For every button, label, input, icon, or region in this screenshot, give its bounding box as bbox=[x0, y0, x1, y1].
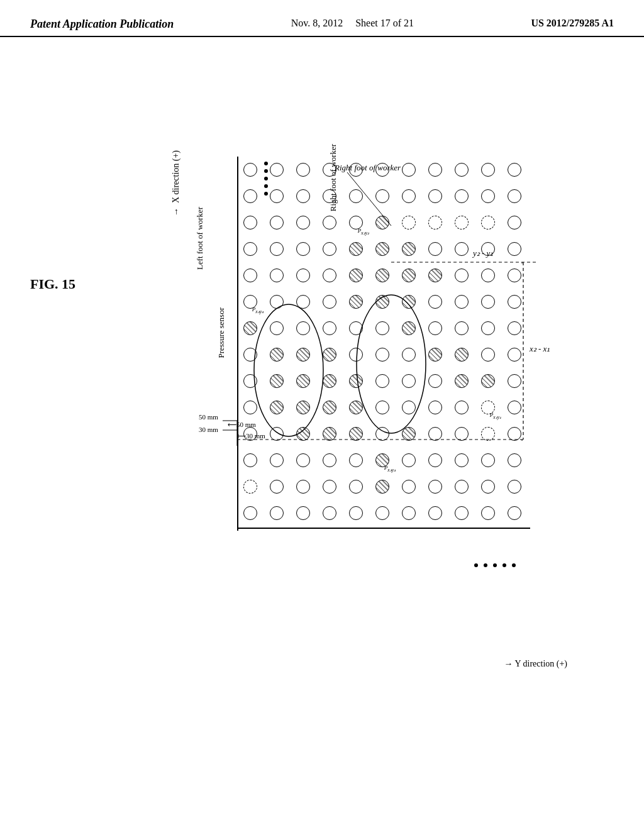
right-foot-leader bbox=[347, 172, 391, 226]
figure-label: FIG. 15 bbox=[30, 276, 75, 292]
date-label: Nov. 8, 2012 bbox=[291, 18, 343, 28]
dot5 bbox=[512, 563, 516, 567]
right-foot-text: Right foot of worker bbox=[334, 163, 401, 172]
dot2 bbox=[484, 563, 487, 567]
left-foot-outline bbox=[254, 304, 323, 436]
dot3 bbox=[493, 563, 497, 567]
dot4 bbox=[502, 563, 506, 567]
overlay-svg: Right foot of worker y₂ - y₁ x₂ - x₁ 50 … bbox=[121, 69, 574, 729]
dot1 bbox=[474, 563, 478, 567]
header-center: Nov. 8, 2012 Sheet 17 of 21 bbox=[291, 18, 414, 29]
figure-container: FIG. 15 → X direction (+) Left foot of w… bbox=[0, 37, 644, 817]
dim-50-text: 50 mm bbox=[199, 413, 218, 421]
x2-x1-label: x₂ - x₁ bbox=[529, 344, 550, 353]
patent-number: US 2012/279285 A1 bbox=[531, 18, 614, 29]
sheet-label: Sheet 17 of 21 bbox=[355, 18, 414, 28]
y2-y1-label: y₂ - y₁ bbox=[472, 248, 493, 258]
right-foot-outline bbox=[357, 295, 426, 433]
page-header: Patent Application Publication Nov. 8, 2… bbox=[0, 0, 644, 37]
publication-label: Patent Application Publication bbox=[30, 18, 174, 31]
dim-30-text: 30 mm bbox=[199, 426, 218, 433]
diagram: → X direction (+) Left foot of worker Pr… bbox=[121, 69, 574, 729]
